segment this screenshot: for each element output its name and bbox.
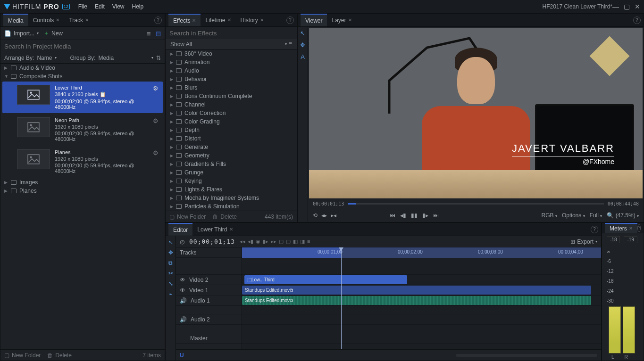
menu-view[interactable]: View: [112, 3, 125, 10]
maximize-icon[interactable]: ▢: [624, 3, 630, 10]
track-audio2[interactable]: [242, 314, 601, 325]
menu-edit[interactable]: Edit: [95, 3, 105, 10]
folder-images[interactable]: ▶Images: [0, 178, 165, 187]
progress-bar[interactable]: [348, 203, 604, 205]
viewport[interactable]: JAVERT VALBARR @FXhome 00;00;01;13 00;08…: [309, 28, 643, 221]
new-folder-button[interactable]: ▢ New Folder: [4, 352, 41, 359]
media-item-neon-path[interactable]: Neon Path 1920 x 1080 pixels 00;00;02;00…: [2, 114, 163, 145]
text-icon[interactable]: A: [301, 53, 305, 60]
help-icon[interactable]: ?: [154, 16, 162, 24]
effect-category[interactable]: ▶Channel: [166, 100, 297, 109]
track-area[interactable]: 00;00;01;00 00;00;02;00 00;00;03;00 00;0…: [242, 247, 601, 349]
playhead[interactable]: [341, 247, 342, 349]
next-icon[interactable]: ⏭: [433, 212, 439, 219]
effect-category[interactable]: ▶Grunge: [166, 168, 297, 177]
effect-category[interactable]: ▶Animation: [166, 58, 297, 66]
track-header-audio1[interactable]: 🔊Audio 1: [176, 295, 242, 306]
gear-icon[interactable]: ⚙: [153, 85, 159, 110]
close-icon[interactable]: ✕: [85, 17, 89, 23]
prev-icon[interactable]: ⏮: [390, 212, 395, 219]
in-icon[interactable]: ◂▸: [321, 212, 327, 219]
effect-category[interactable]: ▶Audio: [166, 66, 297, 75]
help-icon[interactable]: ?: [591, 226, 598, 233]
tl-icon[interactable]: ▢: [279, 238, 284, 245]
tab-layer[interactable]: Layer✕: [327, 14, 356, 26]
media-item-planes[interactable]: Planes 1920 x 1080 pixels 00;00;02;00 @ …: [2, 146, 163, 177]
effect-category[interactable]: ▶Distort: [166, 134, 297, 143]
folder-composite-shots[interactable]: ▼Composite Shots: [0, 72, 165, 81]
razor-icon[interactable]: ✂: [168, 270, 173, 277]
loop-icon[interactable]: ⟲: [313, 212, 318, 219]
delete-button[interactable]: 🗑 Delete: [47, 352, 72, 359]
snap-toggle-icon[interactable]: U: [180, 352, 184, 359]
effect-category[interactable]: ▶Depth: [166, 126, 297, 134]
effect-category[interactable]: ▶Behavior: [166, 75, 297, 83]
tab-viewer[interactable]: Viewer: [301, 14, 327, 26]
tl-icon[interactable]: ◂▮: [248, 238, 253, 245]
gear-icon[interactable]: ⚙: [153, 149, 159, 174]
track-master[interactable]: [242, 333, 601, 344]
menu-file[interactable]: File: [78, 3, 87, 10]
time-ruler[interactable]: 00;00;01;00 00;00;02;00 00;00;03;00 00;0…: [242, 247, 601, 258]
menu-help[interactable]: Help: [132, 3, 144, 10]
close-icon[interactable]: ✕: [192, 18, 196, 23]
close-icon[interactable]: ✕: [635, 3, 640, 10]
eye-icon[interactable]: 👁: [180, 277, 185, 283]
track-video2[interactable]: ⬚ Low...Third: [242, 275, 601, 285]
options-dropdown[interactable]: Options ▾: [562, 212, 585, 219]
hand-icon[interactable]: ✥: [168, 249, 173, 256]
snap-icon[interactable]: ⌁: [169, 291, 172, 297]
tl-icon[interactable]: ≡: [307, 238, 310, 245]
close-icon[interactable]: ✕: [348, 17, 352, 23]
effect-category[interactable]: ▶Boris Continuum Complete: [166, 92, 297, 100]
group-by-value[interactable]: Media: [98, 55, 114, 61]
new-folder-button[interactable]: ▢ New Folder: [169, 213, 206, 220]
media-item-lower-third[interactable]: Lower Third 3840 x 2160 pixels 📋 00;00;0…: [2, 82, 163, 113]
help-icon[interactable]: ?: [286, 16, 294, 24]
tab-controls[interactable]: Controls✕: [28, 14, 65, 26]
minimize-icon[interactable]: —: [612, 3, 619, 10]
tl-icon[interactable]: ◧: [293, 238, 298, 245]
import-button[interactable]: 📄 Import... ▾: [4, 30, 39, 37]
speaker-icon[interactable]: 🔊: [180, 297, 187, 304]
close-icon[interactable]: ✕: [629, 226, 633, 231]
view-grid-icon[interactable]: ▤: [156, 30, 161, 37]
rgb-dropdown[interactable]: RGB ▾: [542, 212, 557, 219]
clock-icon[interactable]: ◴: [180, 238, 184, 245]
folder-audio-video[interactable]: ▶Audio & Video: [0, 64, 165, 72]
step-fwd-icon[interactable]: ▮▸: [422, 212, 428, 219]
tab-lifetime[interactable]: Lifetime✕: [201, 14, 235, 26]
hand-icon[interactable]: ✥: [300, 41, 305, 49]
track-video1[interactable]: Standups Edited.mov ⧉: [242, 285, 601, 295]
sort-icon[interactable]: ⇅: [156, 55, 161, 61]
effect-category[interactable]: ▶Color Correction: [166, 109, 297, 117]
help-icon[interactable]: ?: [633, 16, 641, 24]
media-search-input[interactable]: [0, 40, 165, 52]
effect-category[interactable]: ▶Lights & Flares: [166, 185, 297, 194]
folder-planes[interactable]: ▶Planes: [0, 187, 165, 195]
view-list-icon[interactable]: ≣: [146, 30, 151, 37]
tab-media[interactable]: Media: [3, 14, 28, 26]
speaker-icon[interactable]: 🔊: [180, 316, 187, 323]
effect-category[interactable]: ▶Color Grading: [166, 117, 297, 126]
rate-icon[interactable]: ⤡: [168, 280, 173, 287]
delete-button[interactable]: 🗑 Delete: [212, 213, 237, 220]
track-header-audio2[interactable]: 🔊Audio 2: [176, 314, 242, 325]
tl-icon[interactable]: ◂◂: [240, 238, 245, 245]
tl-icon[interactable]: ◨: [300, 238, 305, 245]
export-button[interactable]: ⊞ Export ▾: [570, 238, 597, 245]
tab-editor[interactable]: Editor: [168, 223, 192, 236]
out-icon[interactable]: ▸◂: [331, 212, 336, 219]
pointer-icon[interactable]: ↖: [168, 239, 173, 246]
quality-dropdown[interactable]: Full ▾: [590, 212, 602, 219]
effect-category[interactable]: ▶Particles & Simulation: [166, 202, 297, 211]
effect-category[interactable]: ▶Gradients & Fills: [166, 160, 297, 168]
chevron-down-icon[interactable]: ▾: [151, 56, 153, 60]
tl-icon[interactable]: ◉: [256, 238, 260, 245]
zoom-slider[interactable]: [456, 354, 597, 357]
effect-category[interactable]: ▶Blurs: [166, 83, 297, 92]
effect-category[interactable]: ▶Geometry: [166, 151, 297, 160]
arrange-by-value[interactable]: Name: [37, 55, 52, 61]
track-header-video2[interactable]: 👁Video 2: [176, 275, 242, 285]
eye-icon[interactable]: 👁: [180, 287, 185, 294]
